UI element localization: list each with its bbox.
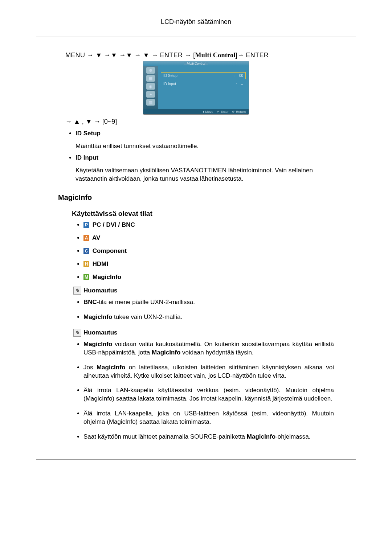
note-item: Jos MagicInfo on laitetilassa, ulkoisten… [83, 364, 334, 380]
note-header-2: ✎ Huomautus [73, 329, 334, 337]
osd-icon-4: ✦ [146, 91, 155, 98]
osd-field-label: ID Input [163, 82, 233, 86]
note-header-1: ✎ Huomautus [73, 287, 334, 295]
osd-footer: ♦ Move ↵ Enter ↺ Return [143, 109, 249, 114]
osd-field-id-input: ID Input : -- [161, 81, 246, 87]
mode-av: A AV [83, 234, 334, 242]
colon: : [236, 82, 237, 86]
content-area: MENU → ▼ →▼ →▼ → ▼ → ENTER → [Multi Cont… [36, 37, 356, 460]
definition-id-input: ID Input Käytetään valitsemaan yksilölli… [75, 154, 334, 183]
osd-icon-3: ◉ [146, 83, 155, 90]
mode-list: P PC / DVI / BNC A AV C Component H HDMI… [58, 221, 334, 281]
definition-title: ID Input [75, 154, 98, 161]
down-icon: ▼ [95, 52, 102, 59]
nav-menu: MENU [65, 52, 85, 59]
osd-move: ♦ Move [203, 110, 213, 114]
definition-desc: Määrittää erilliset tunnukset vastaanott… [75, 142, 334, 151]
note-icon: ✎ [73, 329, 81, 337]
badge-p-icon: P [83, 222, 89, 228]
osd-field-id-setup: ID Setup : 00 [161, 72, 246, 79]
colon: : [234, 74, 236, 78]
mode-label: Component [93, 247, 127, 254]
osd-title-bar: Multi Control [143, 61, 249, 66]
note-list-1: BNC-tila ei mene päälle UXN-2-mallissa.M… [58, 298, 334, 321]
osd-panel: Multi Control ⚙ ▦ ◉ ✦ ▥ ID Setup : 00 ID… [143, 61, 249, 114]
mode-pc: P PC / DVI / BNC [83, 221, 334, 229]
mode-label: HDMI [93, 260, 108, 267]
arrow-icon: → [237, 52, 244, 59]
down-icon: ▼ [111, 52, 117, 59]
note-list-2: MagicInfo voidaan valita kaukosäätimellä… [58, 340, 334, 441]
osd-body: ⚙ ▦ ◉ ✦ ▥ ID Setup : 00 ID Input : -- [143, 66, 249, 109]
osd-return: ↺ Return [232, 110, 246, 114]
section-magicinfo: MagicInfo [58, 193, 334, 202]
osd-title: Multi Control [184, 62, 208, 65]
note-item: Saat käyttöön muut lähteet painamalla SO… [83, 433, 334, 441]
badge-h-icon: H [83, 261, 89, 267]
arrow-icon: → [134, 52, 141, 59]
arrow-icon: → [119, 52, 126, 59]
note-item: Älä irrota LAN-kaapelia käyttäessäsi ver… [83, 386, 334, 403]
mode-component: C Component [83, 247, 334, 255]
osd-field-value: -- [241, 82, 243, 86]
badge-m-icon: M [83, 274, 89, 280]
note-item: BNC-tila ei mene päälle UXN-2-mallissa. [83, 298, 334, 307]
definition-title: ID Setup [75, 130, 101, 137]
mode-hdmi: H HDMI [83, 260, 334, 268]
down-icon: ▼ [126, 52, 132, 59]
osd-icon-rail: ⚙ ▦ ◉ ✦ ▥ [143, 66, 158, 109]
note-icon: ✎ [73, 287, 81, 295]
osd-field-label: ID Setup [163, 74, 231, 78]
mode-label: PC / DVI / BNC [93, 221, 135, 228]
osd-icon-5: ▥ [146, 99, 155, 106]
note-item: MagicInfo voidaan valita kaukosäätimellä… [83, 340, 334, 357]
nav-enter: ENTER [160, 52, 183, 59]
badge-c-icon: C [83, 248, 89, 254]
down-icon: ▼ [143, 52, 150, 59]
range-instruction: → ▲ , ▼ → [0~9] [65, 118, 334, 126]
mode-magicinfo: M MagicInfo [83, 274, 334, 281]
osd-field-value: 00 [239, 74, 243, 78]
osd-enter: ↵ Enter [217, 110, 228, 114]
page-title: LCD-näytön säätäminen [36, 18, 356, 26]
osd-main: ID Setup : 00 ID Input : -- [158, 66, 249, 109]
nav-enter: ENTER [246, 52, 269, 59]
subsection-modes: Käytettävissä olevat tilat [72, 210, 334, 218]
arrow-icon: → [104, 52, 111, 59]
note-item: Älä irrota LAN-kaapelia, joka on USB-lai… [83, 410, 334, 426]
note-label: Huomautus [83, 329, 118, 336]
osd-icon-2: ▦ [146, 75, 155, 82]
note-item: MagicInfo tukee vain UXN-2-mallia. [83, 313, 334, 321]
nav-multi-control: Multi Control [195, 52, 236, 59]
mode-label: AV [92, 234, 100, 241]
definition-desc: Käytetään valitsemaan yksilöllisen VASTA… [75, 167, 334, 183]
definition-list: ID Setup Määrittää erilliset tunnukset v… [58, 130, 334, 183]
definition-id-setup: ID Setup Määrittää erilliset tunnukset v… [75, 130, 334, 151]
arrow-icon: → [87, 52, 94, 59]
badge-a-icon: A [83, 235, 89, 241]
arrow-icon: → [151, 52, 158, 59]
osd-icon-1: ⚙ [146, 67, 155, 74]
mode-label: MagicInfo [93, 274, 121, 280]
nav-path: MENU → ▼ →▼ →▼ → ▼ → ENTER → [Multi Cont… [65, 52, 334, 59]
note-label: Huomautus [83, 287, 118, 294]
arrow-icon: → [185, 52, 191, 59]
